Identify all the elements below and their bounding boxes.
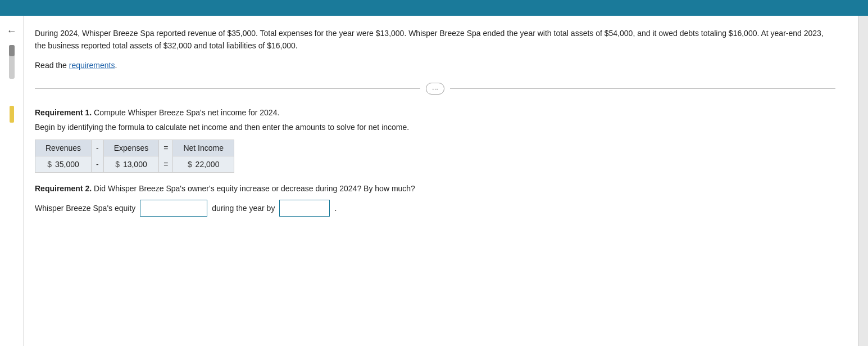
read-label: Read the (35, 61, 69, 70)
top-bar (0, 0, 868, 16)
header-equals: = (159, 140, 173, 156)
section-divider: ··· (35, 83, 835, 95)
header-minus: - (92, 140, 104, 156)
read-requirements-line: Read the requirements. (35, 59, 835, 71)
scroll-indicator (9, 45, 15, 79)
content-area: During 2024, Whisper Breeze Spa reported… (24, 16, 858, 346)
header-expenses: Expenses (103, 140, 158, 156)
requirement1-text: Compute Whisper Breeze Spa's net income … (92, 108, 279, 117)
requirement1-heading: Requirement 1. Compute Whisper Breeze Sp… (35, 108, 835, 117)
equity-suffix: . (334, 204, 337, 213)
back-arrow[interactable]: ← (7, 26, 17, 36)
nav-marker (10, 106, 14, 123)
divider-left (35, 88, 420, 89)
intro-text: During 2024, Whisper Breeze Spa reported… (35, 29, 824, 50)
requirement1-label: Requirement 1. (35, 108, 92, 117)
intro-paragraph: During 2024, Whisper Breeze Spa reported… (35, 27, 835, 52)
left-nav: ← (0, 16, 24, 346)
requirements-link[interactable]: requirements (69, 61, 115, 70)
formula-table: Revenues - Expenses = Net Income $ 35,00… (35, 140, 234, 173)
cell-expenses: $ 13,000 (103, 156, 158, 173)
header-net-income: Net Income (173, 140, 234, 156)
divider-dots: ··· (426, 83, 444, 95)
requirement2-text: Did Whisper Breeze Spa's owner's equity … (92, 184, 415, 193)
cell-minus: - (92, 156, 104, 173)
equity-amount-input[interactable] (279, 200, 330, 217)
right-scrollbar (858, 16, 868, 346)
subtext: Begin by identifying the formula to calc… (35, 123, 835, 132)
expenses-value: 13,000 (123, 160, 147, 169)
divider-right (450, 88, 835, 89)
header-revenues: Revenues (35, 140, 92, 156)
dollar-sign-1: $ (47, 160, 52, 169)
cell-revenues: $ 35,000 (35, 156, 92, 173)
scroll-thumb (9, 45, 15, 56)
equity-line: Whisper Breeze Spa's equity during the y… (35, 200, 835, 217)
revenues-value: 35,000 (55, 160, 79, 169)
net-income-value: 22,000 (196, 160, 220, 169)
requirement2-label: Requirement 2. (35, 184, 92, 193)
cell-equals: = (159, 156, 173, 173)
equity-middle: during the year by (212, 204, 275, 213)
equity-change-input[interactable] (140, 200, 207, 217)
dollar-sign-3: $ (188, 160, 192, 169)
period: . (115, 61, 117, 70)
dollar-sign-2: $ (115, 160, 120, 169)
requirement2-section: Requirement 2. Did Whisper Breeze Spa's … (35, 184, 835, 217)
cell-net-income: $ 22,000 (173, 156, 234, 173)
equity-prefix: Whisper Breeze Spa's equity (35, 204, 135, 213)
requirement2-heading: Requirement 2. Did Whisper Breeze Spa's … (35, 184, 835, 193)
